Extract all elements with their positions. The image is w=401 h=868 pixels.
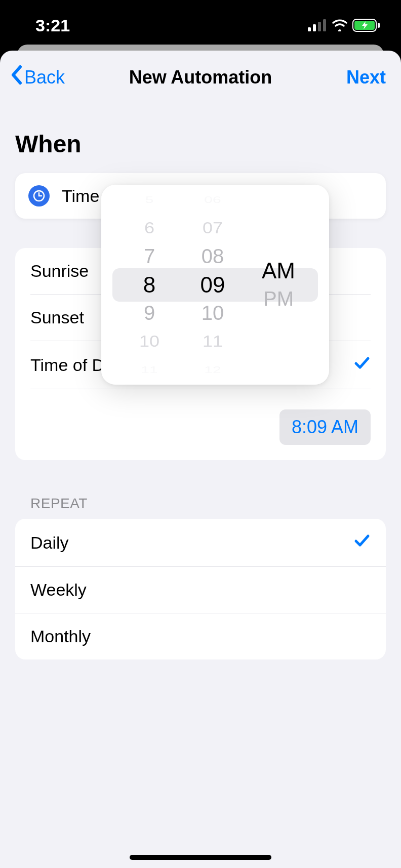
nav-bar: Back New Automation Next: [0, 51, 401, 100]
picker-hour-item: 9: [144, 299, 155, 327]
time-value-pill[interactable]: 8:09 AM: [279, 409, 371, 445]
time-pill-row: 8:09 AM: [30, 389, 371, 448]
clock-icon: [28, 185, 50, 206]
svg-rect-3: [323, 19, 326, 31]
status-time: 3:21: [35, 16, 70, 35]
repeat-section-label: REPEAT: [30, 495, 386, 512]
back-button[interactable]: Back: [10, 65, 65, 90]
hour-picker-column[interactable]: 5 6 7 8 9 10 11: [122, 185, 177, 385]
repeat-monthly-label: Monthly: [30, 627, 91, 646]
picker-ampm-pm: PM: [263, 285, 294, 313]
svg-rect-0: [308, 27, 311, 31]
repeat-weekly-label: Weekly: [30, 580, 87, 600]
wifi-icon: [331, 19, 348, 31]
repeat-daily[interactable]: Daily: [15, 519, 386, 567]
option-sunrise-label: Sunrise: [30, 261, 89, 281]
minute-picker-column[interactable]: 06 07 08 09 10 11 12: [177, 185, 248, 385]
picker-hour-item: 5: [145, 191, 154, 209]
page-title: New Automation: [129, 67, 272, 88]
cellular-icon: [308, 19, 327, 31]
battery-charging-icon: [352, 19, 381, 32]
modal-sheet: Back New Automation Next When Time of Da…: [0, 51, 401, 868]
picker-columns: 5 6 7 8 9 10 11 06 07 08 09 10 11 12 AM …: [101, 185, 329, 385]
repeat-monthly[interactable]: Monthly: [15, 613, 386, 659]
checkmark-icon: [353, 354, 371, 376]
checkmark-icon: [353, 532, 371, 553]
repeat-card: Daily Weekly Monthly: [15, 519, 386, 659]
repeat-daily-label: Daily: [30, 533, 69, 553]
when-section-title: When: [15, 130, 386, 158]
picker-minute-item: 07: [203, 216, 223, 240]
home-indicator[interactable]: [130, 855, 271, 860]
svg-rect-6: [378, 23, 380, 28]
picker-minute-item: 08: [202, 242, 224, 271]
chevron-left-icon: [10, 65, 23, 90]
picker-hour-item: 6: [144, 216, 154, 240]
picker-minute-item: 12: [204, 361, 221, 379]
repeat-weekly[interactable]: Weekly: [15, 567, 386, 613]
ampm-picker-column[interactable]: AM PM: [248, 185, 309, 385]
status-icons: [308, 19, 381, 32]
picker-minute-item: 11: [203, 329, 223, 354]
picker-minute-item: 10: [202, 299, 224, 327]
picker-minute-item: 06: [204, 191, 221, 209]
picker-hour-item: 7: [144, 242, 155, 271]
back-label: Back: [24, 67, 65, 88]
option-sunset-label: Sunset: [30, 308, 84, 327]
picker-hour-selected: 8: [143, 271, 155, 299]
picker-minute-selected: 09: [200, 271, 225, 299]
svg-rect-1: [313, 24, 316, 31]
svg-rect-2: [318, 22, 321, 31]
picker-hour-item: 10: [139, 329, 159, 354]
picker-hour-item: 11: [141, 361, 157, 379]
time-picker-popover: 5 6 7 8 9 10 11 06 07 08 09 10 11 12 AM …: [101, 185, 329, 385]
next-button[interactable]: Next: [346, 67, 386, 88]
status-bar: 3:21: [0, 0, 401, 51]
picker-ampm-am: AM: [262, 257, 295, 285]
